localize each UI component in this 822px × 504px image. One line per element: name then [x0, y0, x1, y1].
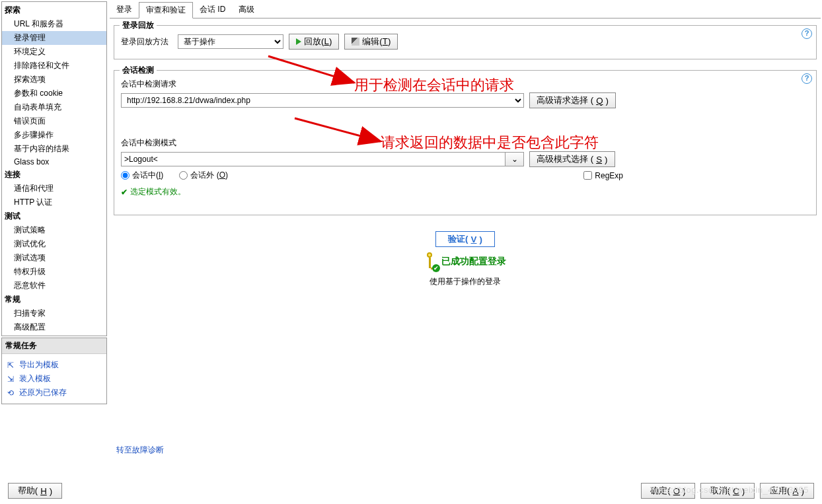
play-icon [296, 38, 301, 45]
verify-button[interactable]: 验证(V) [435, 231, 495, 247]
watermark: https://blog.csdn.net/weixin_43303095 [650, 485, 809, 495]
tree-item[interactable]: URL 和服务器 [2, 17, 106, 31]
tree-item[interactable]: 特权升级 [2, 265, 106, 279]
tree-item[interactable]: 错误页面 [2, 114, 106, 128]
tree-item[interactable]: 测试策略 [2, 223, 106, 237]
tree-section-header: 常规 [2, 293, 106, 306]
tree-item[interactable]: 通信和代理 [2, 182, 106, 196]
tree-item[interactable]: HTTP 认证 [2, 196, 106, 209]
replay-button[interactable]: 回放(L) [289, 34, 339, 50]
pattern-valid-message: ✔选定模式有效。 [121, 186, 809, 198]
help-button[interactable]: 帮助(H) [8, 483, 62, 499]
advanced-request-button[interactable]: 高级请求选择 (Q) [529, 92, 616, 108]
task-icon: ⟲ [7, 388, 17, 398]
group-title: 登录回放 [120, 20, 157, 31]
check-icon: ✔ [121, 188, 128, 197]
tree-item[interactable]: 基于内容的结果 [2, 142, 106, 156]
tree-item[interactable]: 测试优化 [2, 237, 106, 251]
session-pattern-input[interactable] [121, 152, 505, 166]
tab[interactable]: 审查和验证 [139, 2, 193, 18]
sidebar-tree: 探索URL 和服务器登录管理环境定义排除路径和文件探索选项参数和 cookie自… [1, 1, 107, 336]
tree-item[interactable]: 排除路径和文件 [2, 59, 106, 73]
pattern-dropdown-button[interactable]: ⌄ [505, 152, 524, 166]
tab-bar: 登录审查和验证会话 ID高级 [110, 1, 821, 18]
tree-item[interactable]: 测试选项 [2, 251, 106, 265]
replay-method-select[interactable]: 基于操作 [178, 34, 283, 49]
tasks-header: 常规任务 [2, 338, 106, 354]
group-title: 会话检测 [120, 65, 157, 76]
group-login-replay: 登录回放 ? 登录回放方法 基于操作 回放(L) 编辑(T) [114, 25, 817, 59]
tree-item[interactable]: 扫描专家 [2, 306, 106, 320]
tab[interactable]: 登录 [110, 2, 139, 18]
tree-item[interactable]: Glass box [2, 156, 106, 168]
tree-section-header: 测试 [2, 209, 106, 223]
advanced-pattern-button[interactable]: 高级模式选择 (S) [529, 151, 615, 167]
task-link[interactable]: ⇲装入模板 [7, 372, 101, 386]
session-pattern-label: 会话中检测模式 [121, 137, 176, 149]
tree-item[interactable]: 参数和 cookie [2, 87, 106, 100]
task-link[interactable]: ⇱导出为模板 [7, 358, 101, 372]
edit-button[interactable]: 编辑(T) [344, 34, 398, 50]
task-icon: ⇱ [7, 361, 17, 370]
tree-item[interactable]: 登录管理 [2, 31, 106, 45]
group-session-detection: 会话检测 ? 会话中检测请求 http://192.168.8.21/dvwa/… [114, 70, 817, 215]
tree-item[interactable]: 探索选项 [2, 73, 106, 87]
tree-section-header: 探索 [2, 3, 106, 17]
help-icon[interactable]: ? [802, 73, 812, 84]
tab[interactable]: 会话 ID [193, 2, 232, 18]
radio-in-session[interactable]: 会话中(I) [121, 170, 163, 181]
help-icon[interactable]: ? [802, 28, 812, 39]
tree-section-header: 连接 [2, 168, 106, 182]
replay-method-label: 登录回放方法 [121, 36, 172, 48]
regexp-checkbox[interactable]: RegExp [583, 171, 623, 180]
tasks-panel: 常规任务 ⇱导出为模板⇲装入模板⟲还原为已保存 [1, 338, 107, 404]
key-success-icon: ✔ [424, 252, 437, 271]
tree-item[interactable]: 环境定义 [2, 45, 106, 59]
success-subtext: 使用基于操作的登录 [430, 276, 501, 287]
diagnostics-link[interactable]: 转至故障诊断 [116, 445, 164, 456]
task-link[interactable]: ⟲还原为已保存 [7, 386, 101, 400]
tab[interactable]: 高级 [232, 2, 261, 18]
edit-icon [352, 38, 359, 46]
tree-item[interactable]: 恶意软件 [2, 279, 106, 293]
tree-item[interactable]: 高级配置 [2, 320, 106, 334]
session-request-label: 会话中检测请求 [121, 79, 176, 90]
tree-item[interactable]: 自动表单填充 [2, 100, 106, 114]
session-request-select[interactable]: http://192.168.8.21/dvwa/index.php [121, 93, 524, 108]
task-icon: ⇲ [7, 375, 17, 384]
radio-out-session[interactable]: 会话外 (O) [179, 170, 228, 181]
tree-item[interactable]: 多步骤操作 [2, 128, 106, 142]
success-text: 已成功配置登录 [441, 256, 506, 268]
